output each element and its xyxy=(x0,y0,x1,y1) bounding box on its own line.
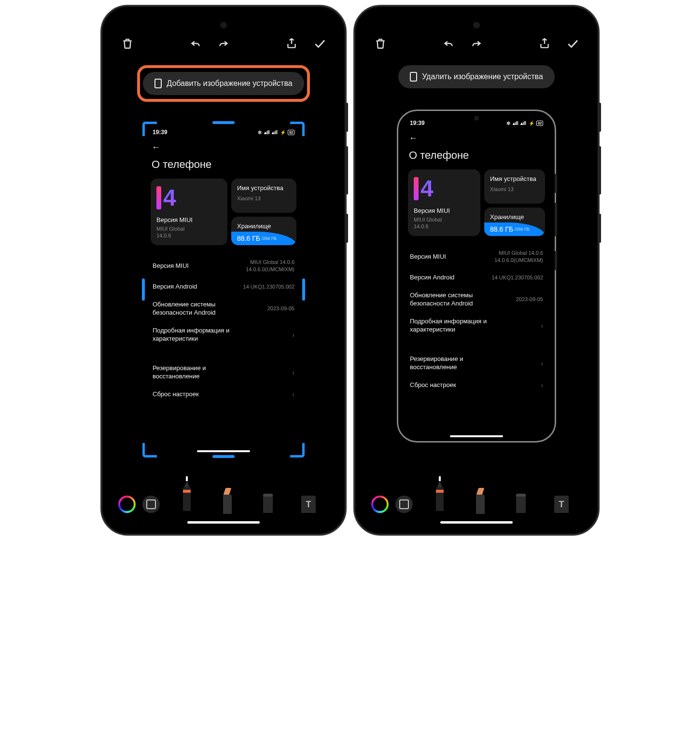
camera-dot xyxy=(474,116,479,121)
share-icon[interactable] xyxy=(536,35,553,52)
chevron-right-icon: › xyxy=(541,381,543,389)
device-icon xyxy=(410,72,417,82)
marker-tool[interactable] xyxy=(472,488,489,515)
delete-icon[interactable] xyxy=(372,35,389,52)
back-icon[interactable]: ← xyxy=(151,140,296,155)
list-item[interactable]: Сброс настроек› xyxy=(408,376,545,394)
list-item[interactable]: Версия MIUIMIUI Global 14.0.614.0.6.0(UM… xyxy=(151,254,296,278)
list-item[interactable]: Подробная информация и характеристики› xyxy=(151,322,296,348)
crop-handle[interactable] xyxy=(290,443,305,457)
redo-icon[interactable] xyxy=(215,35,232,52)
crop-frame[interactable]: 19:39 ✲▴ıll▴ıll⚡82 ← О телефоне 4 Версия… xyxy=(144,123,303,456)
marker-tool[interactable] xyxy=(219,488,236,515)
editor-toolbar xyxy=(109,13,338,56)
storage-bar: 88.6 ГБ /256 ГБ xyxy=(484,222,545,236)
list-item[interactable]: Сброс настроек› xyxy=(151,386,296,403)
device-name-card[interactable]: Имя устройства Xiaomi 13 xyxy=(231,179,296,213)
remove-device-frame-button[interactable]: Удалить изображение устройства xyxy=(398,65,555,88)
list-item[interactable]: Версия MIUIMIUI Global 14.0.614.0.6.0(UM… xyxy=(408,245,545,269)
status-icons: ✲▴ıll▴ıll⚡82 xyxy=(258,129,294,136)
undo-icon[interactable] xyxy=(440,35,457,52)
pen-tool[interactable] xyxy=(432,476,448,515)
pill-label: Добавить изображение устройства xyxy=(167,79,292,88)
highlight-annotation: Добавить изображение устройства xyxy=(137,65,309,102)
status-icons: ✲▴ıll▴ıll⚡82 xyxy=(506,120,543,126)
miui-logo: 4 xyxy=(414,175,475,202)
drawing-toolbar: T xyxy=(109,474,338,527)
device-name-card[interactable]: Имя устройства Xiaomi 13 xyxy=(484,169,545,204)
phone-mockup-left: Добавить изображение устройства 19:39 ✲▴… xyxy=(100,5,347,536)
crop-handle[interactable] xyxy=(290,122,305,136)
device-icon xyxy=(154,79,162,88)
crop-handle[interactable] xyxy=(142,122,157,136)
chevron-right-icon: › xyxy=(292,369,294,376)
side-button xyxy=(555,174,557,193)
miui-version-card[interactable]: 4 Версия MIUI MIUI Global14.0.6 xyxy=(151,179,227,245)
home-indicator xyxy=(187,521,260,524)
chevron-right-icon: › xyxy=(541,360,543,367)
status-time: 19:39 xyxy=(410,120,425,126)
device-frame-preview[interactable]: 19:39 ✲▴ıll▴ıll⚡82 ← О телефоне 4 Версия… xyxy=(397,110,556,443)
crop-handle[interactable] xyxy=(142,278,145,301)
redo-icon[interactable] xyxy=(468,35,485,52)
list-item[interactable]: Версия Android14 UKQ1.230705.002 xyxy=(151,278,296,296)
screenshot-content: 19:39 ✲▴ıll▴ıll⚡82 ← О телефоне 4 Версия… xyxy=(144,123,303,456)
chevron-right-icon: › xyxy=(541,322,543,330)
crop-handle[interactable] xyxy=(302,278,305,301)
add-device-frame-button[interactable]: Добавить изображение устройства xyxy=(143,72,304,95)
side-button xyxy=(346,103,348,132)
miui-logo: 4 xyxy=(156,184,222,211)
side-button xyxy=(599,214,601,243)
crop-handle[interactable] xyxy=(212,121,235,124)
share-icon[interactable] xyxy=(283,35,300,52)
eraser-tool[interactable] xyxy=(513,494,529,515)
storage-card[interactable]: Хранилище Занято 88.6 ГБ /256 ГБ xyxy=(231,217,296,245)
confirm-icon[interactable] xyxy=(311,35,328,52)
drawing-toolbar: T xyxy=(362,474,591,527)
page-title: О телефоне xyxy=(408,146,545,169)
eraser-tool[interactable] xyxy=(260,494,276,515)
color-picker-button[interactable] xyxy=(371,496,389,513)
camera-dot xyxy=(220,22,227,28)
home-indicator xyxy=(197,450,250,452)
storage-card[interactable]: Хранилище Занято 88.6 ГБ /256 ГБ xyxy=(484,208,545,236)
color-picker-button[interactable] xyxy=(118,496,136,513)
chevron-right-icon: › xyxy=(292,331,294,339)
list-item[interactable]: Резервирование и восстановление› xyxy=(151,360,296,386)
camera-dot xyxy=(473,22,480,28)
crop-handle[interactable] xyxy=(142,443,157,457)
info-list: Версия MIUIMIUI Global 14.0.614.0.6.0(UM… xyxy=(151,254,296,403)
crop-handle[interactable] xyxy=(212,455,235,458)
list-item[interactable]: Версия Android14 UKQ1.230705.002 xyxy=(408,269,545,287)
shape-tool-button[interactable] xyxy=(142,496,160,513)
shape-tool-button[interactable] xyxy=(395,496,413,513)
back-icon[interactable]: ← xyxy=(408,131,545,146)
confirm-icon[interactable] xyxy=(564,35,581,52)
list-item[interactable]: Обновление системы безопасности Android2… xyxy=(408,287,545,313)
text-tool[interactable]: T xyxy=(553,496,570,515)
phone-mockup-right: Удалить изображение устройства 19:39 ✲▴ı… xyxy=(353,5,600,536)
delete-icon[interactable] xyxy=(119,35,136,52)
side-button xyxy=(599,146,601,194)
chevron-right-icon: › xyxy=(292,390,294,398)
side-button xyxy=(599,103,601,132)
miui-version-card[interactable]: 4 Версия MIUI MIUI Global14.0.6 xyxy=(408,169,480,236)
side-button xyxy=(555,203,557,236)
pen-tool[interactable] xyxy=(179,476,195,515)
list-item[interactable]: Резервирование и восстановление› xyxy=(408,350,545,376)
list-item[interactable]: Подробная информация и характеристики› xyxy=(408,313,545,339)
side-button xyxy=(346,214,348,243)
text-tool[interactable]: T xyxy=(300,496,317,515)
screenshot-content: 19:39 ✲▴ıll▴ıll⚡82 ← О телефоне 4 Версия… xyxy=(401,114,552,438)
undo-icon[interactable] xyxy=(187,35,204,52)
list-item[interactable]: Обновление системы безопасности Android2… xyxy=(151,296,296,322)
side-button xyxy=(555,251,557,270)
info-list: Версия MIUIMIUI Global 14.0.614.0.6.0(UM… xyxy=(408,245,545,394)
home-indicator xyxy=(440,521,513,524)
storage-bar: 88.6 ГБ /256 ГБ xyxy=(231,232,296,245)
editor-toolbar xyxy=(362,13,591,56)
page-title: О телефоне xyxy=(151,155,296,179)
side-button xyxy=(346,146,348,194)
home-indicator xyxy=(450,435,503,437)
pill-label: Удалить изображение устройства xyxy=(422,72,543,81)
